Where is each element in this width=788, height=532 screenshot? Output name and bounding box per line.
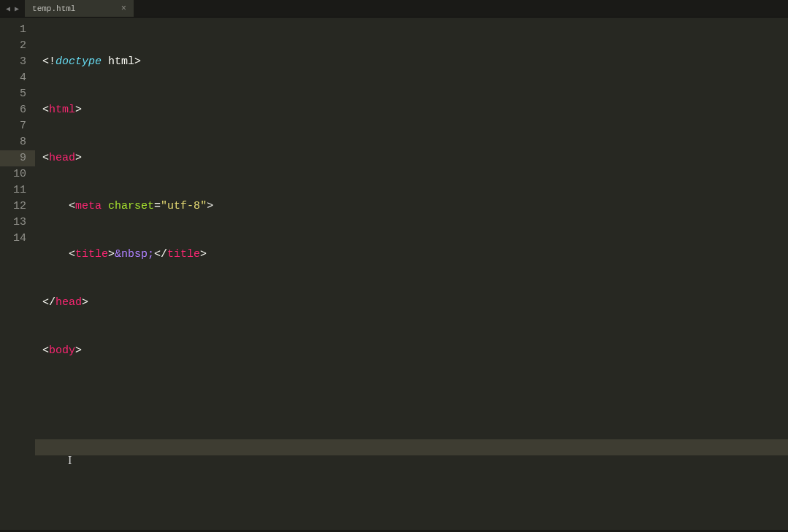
tab-temp-html[interactable]: temp.html × — [25, 0, 134, 17]
close-icon[interactable]: × — [121, 4, 126, 14]
code-line: <body> — [42, 343, 788, 359]
code-line — [42, 487, 788, 504]
line-number: 12 — [0, 198, 35, 215]
tab-bar: ◀ ▶ temp.html × — [0, 0, 788, 18]
line-number: 8 — [0, 134, 35, 150]
line-number: 4 — [0, 70, 35, 86]
tab-history-back-icon[interactable]: ◀ — [4, 4, 12, 13]
line-number: 14 — [0, 231, 35, 247]
line-number: 13 — [0, 215, 35, 231]
code-area[interactable]: <!doctype html> <html> <head> <meta char… — [35, 18, 788, 530]
line-number: 3 — [0, 54, 35, 70]
line-number: 11 — [0, 182, 35, 198]
code-line: </head> — [42, 295, 788, 311]
line-number-gutter: 1 2 3 4 5 6 7 8 9 10 11 12 13 14 — [0, 18, 35, 530]
code-line — [42, 391, 788, 407]
tab-history-forward-icon[interactable]: ▶ — [13, 4, 20, 13]
line-number: 5 — [0, 86, 35, 102]
line-number: 1 — [0, 22, 35, 38]
line-number: 10 — [0, 166, 35, 182]
code-line: <html> — [42, 102, 788, 118]
code-line: <meta charset="utf-8"> — [42, 198, 788, 215]
code-line-active — [35, 439, 788, 455]
code-line: <head> — [42, 150, 788, 166]
tab-label: temp.html — [32, 4, 101, 13]
code-line: <title>&nbsp;</title> — [42, 247, 788, 263]
line-number: 2 — [0, 38, 35, 54]
code-editor[interactable]: 1 2 3 4 5 6 7 8 9 10 11 12 13 14 <!docty… — [0, 18, 788, 530]
line-number: 9 — [0, 150, 35, 166]
line-number: 6 — [0, 102, 35, 118]
tab-nav-arrows: ◀ ▶ — [0, 0, 25, 17]
code-line: <!doctype html> — [42, 54, 788, 70]
line-number: 7 — [0, 118, 35, 134]
